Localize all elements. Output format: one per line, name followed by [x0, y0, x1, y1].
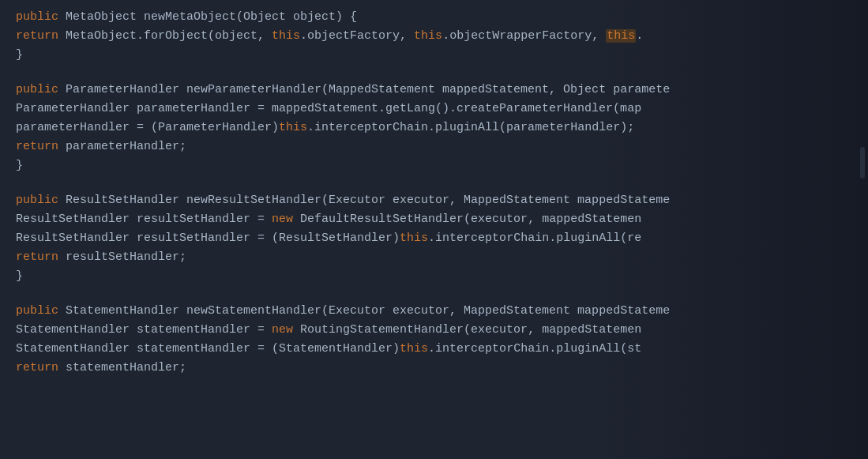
code-line: ResultSetHandler resultSetHandler = new …	[0, 210, 868, 229]
code-text: parameterHandler = (ParameterHandler)	[16, 121, 279, 134]
code-line: ResultSetHandler resultSetHandler = (Res…	[0, 229, 868, 248]
keyword-new: new	[272, 323, 300, 337]
code-text: ResultSetHandler resultSetHandler = (Res…	[16, 231, 400, 245]
code-text: StatementHandler newStatementHandler(Exe…	[66, 304, 670, 318]
keyword: return	[16, 250, 66, 264]
code-line: public StatementHandler newStatementHand…	[0, 302, 868, 321]
empty-line	[0, 286, 868, 302]
code-text: statementHandler;	[66, 361, 186, 374]
code-text: MetaObject.forObject(object,	[66, 29, 272, 43]
code-line: }	[0, 156, 868, 175]
code-line: StatementHandler statementHandler = new …	[0, 321, 868, 340]
keyword: public	[16, 304, 66, 318]
code-text: }	[16, 159, 23, 172]
code-text: }	[16, 48, 23, 62]
code-line: public ParameterHandler newParameterHand…	[0, 81, 868, 100]
code-text: resultSetHandler;	[66, 250, 186, 264]
code-text: }	[16, 269, 23, 283]
code-text: RoutingStatementHandler(executor, mapped…	[300, 323, 641, 337]
code-line: return resultSetHandler;	[0, 248, 868, 267]
code-line: parameterHandler = (ParameterHandler)thi…	[0, 119, 868, 137]
code-line: }	[0, 46, 868, 65]
code-text: .interceptorChain.pluginAll(parameterHan…	[307, 121, 634, 134]
this-keyword: this	[414, 29, 442, 43]
this-keyword: this	[400, 342, 428, 356]
code-text: ParameterHandler newParameterHandler(Map…	[66, 83, 670, 96]
empty-line	[0, 65, 868, 81]
keyword: return	[16, 361, 66, 374]
code-line: public ResultSetHandler newResultSetHand…	[0, 191, 868, 210]
this-keyword: this	[400, 231, 428, 245]
keyword-new: new	[272, 213, 300, 226]
keyword: return	[16, 140, 66, 153]
code-text: StatementHandler statementHandler =	[16, 323, 272, 337]
code-text: DefaultResultSetHandler(executor, mapped…	[300, 213, 641, 226]
code-text: .interceptorChain.pluginAll(st	[428, 342, 641, 356]
code-content: public MetaObject newMetaObject(Object o…	[0, 8, 868, 378]
keyword: return	[16, 29, 66, 43]
code-line: return statementHandler;	[0, 359, 868, 378]
this-keyword: this	[279, 121, 307, 134]
code-line: StatementHandler statementHandler = (Sta…	[0, 340, 868, 359]
code-text: ResultSetHandler newResultSetHandler(Exe…	[66, 194, 670, 207]
keyword: public	[16, 83, 66, 96]
code-text: MetaObject newMetaObject(Object object) …	[66, 10, 357, 24]
code-line: return MetaObject.forObject(object, this…	[0, 27, 868, 46]
code-text: .interceptorChain.pluginAll(re	[428, 231, 641, 245]
code-text: parameterHandler;	[66, 140, 186, 153]
code-text: .	[636, 29, 643, 43]
code-line: ParameterHandler parameterHandler = mapp…	[0, 100, 868, 119]
code-text: ResultSetHandler resultSetHandler =	[16, 213, 272, 226]
keyword: public	[16, 10, 66, 24]
code-line: public MetaObject newMetaObject(Object o…	[0, 8, 868, 27]
code-text: .objectFactory,	[300, 29, 414, 43]
code-editor: public MetaObject newMetaObject(Object o…	[0, 0, 868, 459]
code-text: ParameterHandler parameterHandler = mapp…	[16, 102, 641, 115]
this-keyword: this	[272, 29, 300, 43]
this-highlighted: this	[606, 29, 636, 43]
code-text: .objectWrapperFactory,	[442, 29, 606, 43]
code-line: }	[0, 267, 868, 286]
code-line: return parameterHandler;	[0, 137, 868, 156]
code-text: StatementHandler statementHandler = (Sta…	[16, 342, 400, 356]
empty-line	[0, 175, 868, 191]
keyword: public	[16, 194, 66, 207]
